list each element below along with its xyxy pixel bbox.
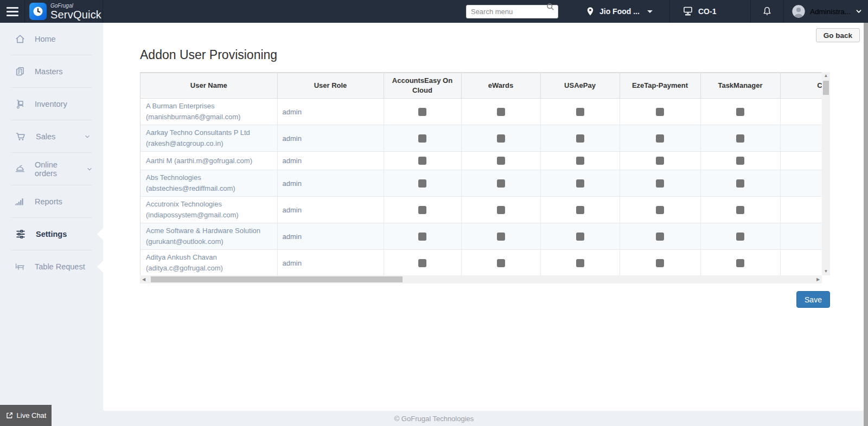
go-back-button[interactable]: Go back bbox=[816, 28, 860, 42]
addon-checkbox[interactable] bbox=[576, 179, 584, 188]
addon-checkbox[interactable] bbox=[736, 179, 744, 188]
addon-checkbox[interactable] bbox=[736, 108, 744, 116]
addon-cell bbox=[540, 99, 620, 125]
addon-checkbox[interactable] bbox=[736, 157, 744, 165]
addon-cell bbox=[461, 250, 540, 276]
scroll-down-arrow-icon[interactable]: ▼ bbox=[822, 268, 830, 275]
addon-checkbox[interactable] bbox=[736, 134, 744, 143]
addon-checkbox[interactable] bbox=[656, 179, 664, 188]
table-scroll-area[interactable]: User NameUser RoleAccountsEasy On Cloude… bbox=[140, 72, 822, 275]
notifications-button[interactable] bbox=[750, 0, 783, 23]
sidebar: Home Masters Inventory Sales Online orde… bbox=[0, 23, 103, 426]
sidebar-item-label: Table Request bbox=[35, 262, 85, 271]
clipped-addon-cell bbox=[780, 170, 822, 197]
addon-cell bbox=[384, 223, 461, 250]
user-chevron-down-icon bbox=[855, 8, 863, 15]
addon-checkbox[interactable] bbox=[576, 259, 584, 267]
addon-checkbox[interactable] bbox=[656, 259, 664, 267]
location-selector[interactable]: Jio Food ... bbox=[576, 0, 669, 23]
addon-checkbox[interactable] bbox=[418, 179, 426, 188]
vertical-scroll-thumb[interactable] bbox=[823, 81, 829, 95]
table-horizontal-scrollbar[interactable]: ◀ ▶ bbox=[140, 275, 822, 283]
addon-checkbox[interactable] bbox=[418, 157, 426, 165]
terminal-indicator[interactable]: CO-1 bbox=[669, 0, 750, 23]
addon-checkbox[interactable] bbox=[576, 108, 584, 116]
sales-cart-icon bbox=[14, 131, 27, 142]
addon-checkbox[interactable] bbox=[576, 157, 584, 165]
sidebar-item-table-request[interactable]: Table Request bbox=[0, 250, 103, 283]
search-container bbox=[466, 0, 558, 23]
search-icon[interactable] bbox=[546, 2, 555, 11]
addon-checkbox[interactable] bbox=[497, 259, 505, 267]
sidebar-item-label: Masters bbox=[35, 67, 63, 76]
addon-cell bbox=[700, 99, 780, 125]
live-chat-button[interactable]: Live Chat bbox=[0, 405, 52, 426]
menu-toggle-button[interactable] bbox=[0, 0, 25, 23]
sidebar-item-online-orders[interactable]: Online orders bbox=[0, 153, 103, 185]
table-row: A Burman Enterprises(manishburman6@gmail… bbox=[141, 99, 822, 125]
addon-cell bbox=[700, 152, 780, 170]
user-role-cell: admin bbox=[277, 99, 384, 125]
sidebar-item-sales[interactable]: Sales bbox=[0, 120, 103, 153]
addon-checkbox[interactable] bbox=[497, 134, 505, 143]
app-logo-icon bbox=[29, 3, 47, 20]
addon-checkbox[interactable] bbox=[656, 233, 664, 241]
user-name-cell: Aarthi M (aarthi.m@gofrugal.com) bbox=[141, 152, 277, 170]
scroll-up-arrow-icon[interactable]: ▲ bbox=[822, 72, 830, 80]
addon-checkbox[interactable] bbox=[418, 206, 426, 214]
table-row: Aditya Ankush Chavan(aditya.c@gofrugal.c… bbox=[141, 250, 822, 276]
horizontal-scroll-thumb[interactable] bbox=[151, 276, 403, 282]
user-menu[interactable]: Administra... bbox=[783, 0, 868, 23]
addon-checkbox[interactable] bbox=[656, 157, 664, 165]
addon-cell bbox=[700, 125, 780, 152]
addon-cell bbox=[540, 125, 620, 152]
addon-checkbox[interactable] bbox=[656, 134, 664, 143]
page-scroll-thumb[interactable] bbox=[864, 23, 868, 426]
addon-checkbox[interactable] bbox=[736, 233, 744, 241]
addon-checkbox[interactable] bbox=[576, 233, 584, 241]
clipped-addon-cell bbox=[780, 223, 822, 250]
sidebar-item-masters[interactable]: Masters bbox=[0, 55, 103, 88]
clipped-addon-cell bbox=[780, 99, 822, 125]
addon-checkbox[interactable] bbox=[497, 179, 505, 188]
addon-checkbox[interactable] bbox=[418, 134, 426, 143]
user-name-cell: Accutronix Technologies(indiapossystem@g… bbox=[141, 197, 277, 223]
sidebar-item-settings[interactable]: Settings bbox=[0, 218, 103, 250]
scroll-left-arrow-icon[interactable]: ◀ bbox=[140, 275, 148, 283]
table-row: Aarthi M (aarthi.m@gofrugal.com)admin bbox=[141, 152, 822, 170]
addon-checkbox[interactable] bbox=[736, 206, 744, 214]
table-row: Acme Software & Hardware Solution(guruka… bbox=[141, 223, 822, 250]
addon-checkbox[interactable] bbox=[497, 206, 505, 214]
scroll-right-arrow-icon[interactable]: ▶ bbox=[814, 275, 822, 283]
addon-checkbox[interactable] bbox=[576, 134, 584, 143]
addon-checkbox[interactable] bbox=[656, 206, 664, 214]
user-name-cell: Aditya Ankush Chavan(aditya.c@gofrugal.c… bbox=[141, 250, 277, 276]
search-input[interactable] bbox=[466, 5, 558, 18]
sidebar-item-inventory[interactable]: Inventory bbox=[0, 88, 103, 120]
addon-checkbox[interactable] bbox=[736, 259, 744, 267]
addon-checkbox[interactable] bbox=[418, 108, 426, 116]
addon-checkbox[interactable] bbox=[656, 108, 664, 116]
page-vertical-scrollbar[interactable] bbox=[864, 23, 868, 426]
table-vertical-scrollbar[interactable]: ▲ ▼ bbox=[822, 72, 830, 275]
user-label: Administra... bbox=[810, 8, 851, 16]
addon-checkbox[interactable] bbox=[418, 259, 426, 267]
addon-cell bbox=[540, 170, 620, 197]
addon-checkbox[interactable] bbox=[418, 233, 426, 241]
sidebar-item-home[interactable]: Home bbox=[0, 23, 103, 55]
addon-checkbox[interactable] bbox=[497, 233, 505, 241]
save-button[interactable]: Save bbox=[796, 291, 830, 308]
user-role-cell: admin bbox=[277, 223, 384, 250]
clipped-addon-cell bbox=[780, 125, 822, 152]
user-role-cell: admin bbox=[277, 250, 384, 276]
addon-checkbox[interactable] bbox=[576, 206, 584, 214]
sidebar-item-reports[interactable]: Reports bbox=[0, 185, 103, 218]
live-chat-label: Live Chat bbox=[17, 411, 47, 419]
addon-checkbox[interactable] bbox=[497, 157, 505, 165]
addon-cell bbox=[620, 152, 700, 170]
addon-checkbox[interactable] bbox=[497, 108, 505, 116]
terminal-label: CO-1 bbox=[698, 7, 716, 16]
brand-logo[interactable]: GoFrugal ServQuick bbox=[25, 0, 103, 23]
sidebar-item-label: Online orders bbox=[35, 160, 77, 178]
column-header: C bbox=[780, 73, 822, 99]
